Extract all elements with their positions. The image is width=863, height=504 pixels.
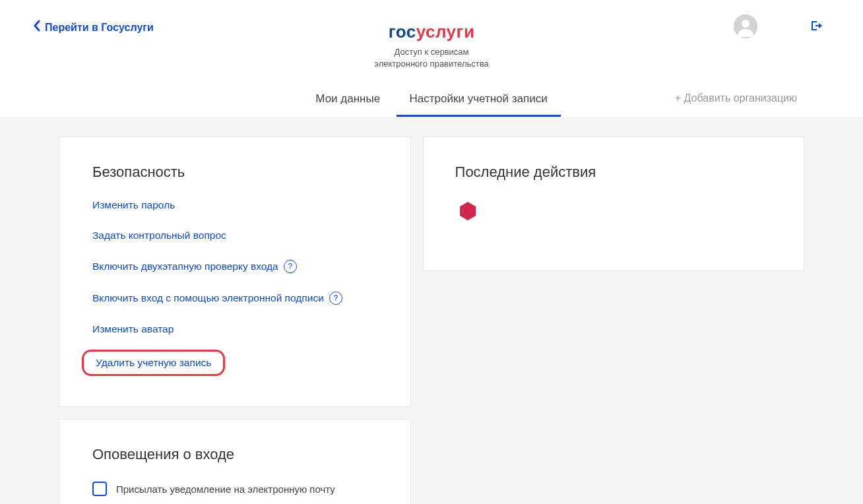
recent-actions-title: Последние действия bbox=[455, 164, 772, 181]
security-card: Безопасность Изменить пароль Задать конт… bbox=[59, 137, 411, 407]
back-link-label: Перейти в Госуслуги bbox=[45, 22, 154, 34]
email-notification-checkbox[interactable] bbox=[92, 482, 107, 496]
avatar[interactable] bbox=[734, 15, 757, 38]
notifications-title: Оповещения о входе bbox=[92, 446, 377, 463]
email-notification-label: Присылать уведомление на электронную поч… bbox=[116, 484, 335, 495]
security-question-link[interactable]: Задать контрольный вопрос bbox=[92, 230, 377, 241]
add-organization-link[interactable]: + Добавить организацию bbox=[675, 92, 797, 104]
notifications-card: Оповещения о входе Присылать уведомление… bbox=[59, 419, 411, 504]
help-icon[interactable]: ? bbox=[284, 260, 297, 273]
svg-point-1 bbox=[742, 20, 750, 28]
security-title: Безопасность bbox=[92, 164, 377, 181]
chevron-left-icon bbox=[33, 20, 41, 35]
svg-marker-2 bbox=[460, 202, 476, 220]
esignature-login-link[interactable]: Включить вход с помощью электронной подп… bbox=[92, 292, 377, 305]
delete-account-link[interactable]: Удалить учетную запись bbox=[82, 350, 225, 376]
tab-account-settings[interactable]: Настройки учетной записи bbox=[397, 84, 561, 117]
site-subtitle: Доступ к сервисам электронного правитель… bbox=[33, 46, 830, 70]
loading-spinner-icon bbox=[455, 199, 480, 224]
logout-icon[interactable] bbox=[810, 20, 823, 34]
help-icon[interactable]: ? bbox=[329, 292, 342, 305]
change-password-link[interactable]: Изменить пароль bbox=[92, 199, 377, 211]
recent-actions-card: Последние действия bbox=[423, 137, 804, 271]
change-avatar-link[interactable]: Изменить аватар bbox=[92, 323, 377, 335]
two-step-verification-link[interactable]: Включить двухэтапную проверку входа ? bbox=[92, 260, 377, 273]
tab-my-data[interactable]: Мои данные bbox=[302, 84, 393, 115]
back-to-gosuslugi-link[interactable]: Перейти в Госуслуги bbox=[33, 20, 154, 35]
